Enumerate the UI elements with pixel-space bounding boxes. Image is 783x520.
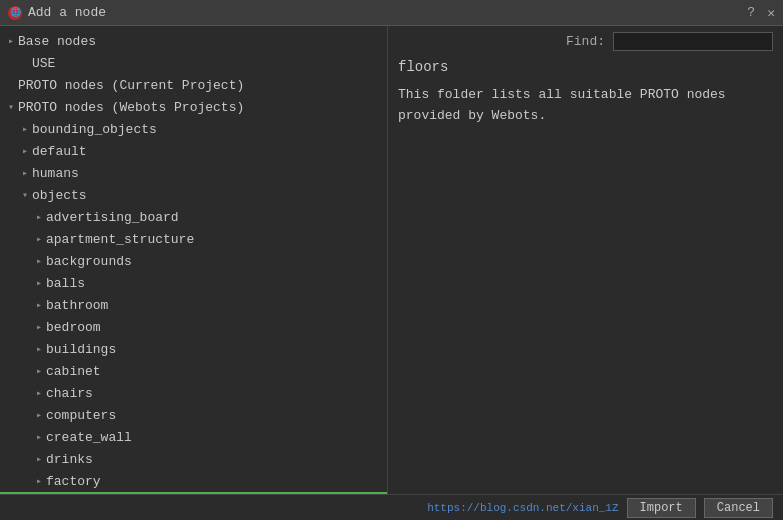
tree-item-label: bathroom (46, 298, 387, 313)
tree-item-chairs[interactable]: ▸chairs (0, 382, 387, 404)
chevron-icon: ▸ (32, 233, 46, 245)
tree-item-label: USE (32, 56, 387, 71)
tree-item-label: PROTO nodes (Current Project) (18, 78, 387, 93)
chevron-icon: ▸ (32, 277, 46, 289)
node-description: This folder lists all suitable PROTO nod… (398, 85, 773, 127)
tree-item-label: create_wall (46, 430, 387, 445)
main-container: ▸Base nodesUSEPROTO nodes (Current Proje… (0, 26, 783, 520)
tree-item-apartment-structure[interactable]: ▸apartment_structure (0, 228, 387, 250)
tree-item-use[interactable]: USE (0, 52, 387, 74)
chevron-icon: ▸ (32, 255, 46, 267)
tree-item-advertising-board[interactable]: ▸advertising_board (0, 206, 387, 228)
tree-item-humans[interactable]: ▸humans (0, 162, 387, 184)
right-panel: Find: floors This folder lists all suita… (388, 26, 783, 520)
tree-item-label: apartment_structure (46, 232, 387, 247)
tree-item-label: drinks (46, 452, 387, 467)
close-button[interactable]: ✕ (767, 5, 775, 21)
selected-node-title: floors (398, 59, 773, 75)
tree-item-factory[interactable]: ▸factory (0, 470, 387, 492)
tree-item-bathroom[interactable]: ▸bathroom (0, 294, 387, 316)
tree-item-proto-current[interactable]: PROTO nodes (Current Project) (0, 74, 387, 96)
chevron-icon: ▸ (18, 145, 32, 157)
find-input[interactable] (613, 32, 773, 51)
tree-item-label: chairs (46, 386, 387, 401)
find-bar: Find: (398, 32, 773, 51)
tree-item-computers[interactable]: ▸computers (0, 404, 387, 426)
tree-item-default[interactable]: ▸default (0, 140, 387, 162)
tree-item-label: PROTO nodes (Webots Projects) (18, 100, 387, 115)
tree-item-buildings[interactable]: ▸buildings (0, 338, 387, 360)
tree-item-label: balls (46, 276, 387, 291)
app-icon: 🌐 (8, 6, 22, 20)
chevron-icon: ▸ (18, 123, 32, 135)
tree-item-label: humans (32, 166, 387, 181)
desc-line2: provided by Webots. (398, 108, 546, 123)
chevron-icon: ▸ (32, 299, 46, 311)
tree-panel[interactable]: ▸Base nodesUSEPROTO nodes (Current Proje… (0, 26, 388, 520)
tree-item-label: cabinet (46, 364, 387, 379)
chevron-icon: ▸ (32, 343, 46, 355)
chevron-icon: ▸ (32, 211, 46, 223)
tree-item-label: Base nodes (18, 34, 387, 49)
chevron-icon: ▸ (18, 167, 32, 179)
tree-item-base-nodes[interactable]: ▸Base nodes (0, 30, 387, 52)
find-label: Find: (566, 34, 605, 49)
bottom-bar: https://blog.csdn.net/xian_1Z Import Can… (0, 494, 783, 520)
tree-item-proto-webots[interactable]: ▾PROTO nodes (Webots Projects) (0, 96, 387, 118)
chevron-icon: ▸ (32, 431, 46, 443)
tree-item-objects[interactable]: ▾objects (0, 184, 387, 206)
tree-item-backgrounds[interactable]: ▸backgrounds (0, 250, 387, 272)
tree-item-drinks[interactable]: ▸drinks (0, 448, 387, 470)
chevron-icon: ▸ (32, 387, 46, 399)
external-link[interactable]: https://blog.csdn.net/xian_1Z (427, 502, 618, 514)
chevron-icon: ▸ (4, 35, 18, 47)
tree-item-label: computers (46, 408, 387, 423)
tree-item-label: buildings (46, 342, 387, 357)
chevron-icon: ▾ (4, 101, 18, 113)
dialog-title: Add a node (28, 5, 106, 20)
tree-item-label: objects (32, 188, 387, 203)
tree-item-cabinet[interactable]: ▸cabinet (0, 360, 387, 382)
tree-item-label: bedroom (46, 320, 387, 335)
tree-item-label: backgrounds (46, 254, 387, 269)
title-bar: 🌐 Add a node ? ✕ (0, 0, 783, 26)
tree-item-label: bounding_objects (32, 122, 387, 137)
tree-item-create-wall[interactable]: ▸create_wall (0, 426, 387, 448)
tree-item-balls[interactable]: ▸balls (0, 272, 387, 294)
title-bar-left: 🌐 Add a node (8, 5, 106, 20)
title-bar-controls: ? ✕ (747, 5, 775, 21)
desc-line1: This folder lists all suitable PROTO nod… (398, 87, 726, 102)
tree-item-label: factory (46, 474, 387, 489)
tree-item-label: default (32, 144, 387, 159)
chevron-icon: ▸ (32, 475, 46, 487)
tree-item-label: advertising_board (46, 210, 387, 225)
tree-item-bedroom[interactable]: ▸bedroom (0, 316, 387, 338)
help-button[interactable]: ? (747, 5, 755, 20)
cancel-button[interactable]: Cancel (704, 498, 773, 518)
chevron-icon: ▸ (32, 453, 46, 465)
tree-item-bounding-objects[interactable]: ▸bounding_objects (0, 118, 387, 140)
chevron-icon: ▸ (32, 321, 46, 333)
chevron-icon: ▸ (32, 409, 46, 421)
import-button[interactable]: Import (627, 498, 696, 518)
chevron-icon: ▸ (32, 365, 46, 377)
chevron-icon: ▾ (18, 189, 32, 201)
